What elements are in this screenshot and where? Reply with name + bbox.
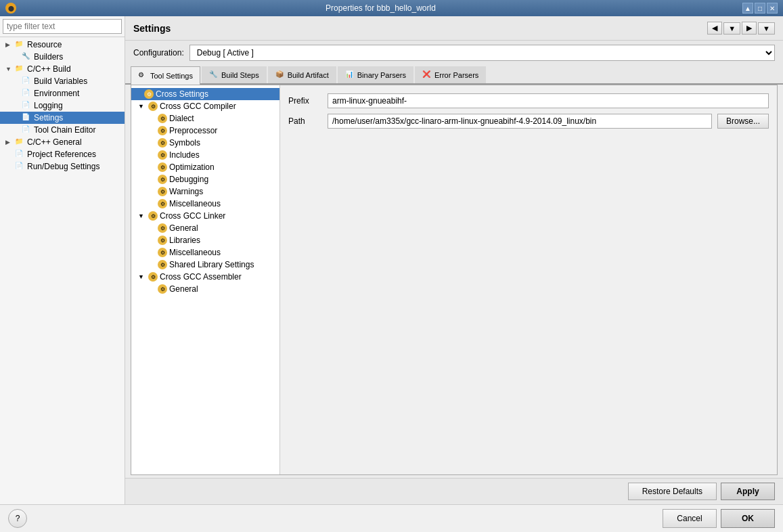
sidebar-tree: ▶ 📁 Resource 🔧 Builders ▼ 📁 C/C++ Build …	[0, 37, 125, 504]
tab-build-artifact[interactable]: 📦 Build Artifact	[268, 66, 336, 83]
content-area: Settings ◀ ▼ ▶ ▼ Configuration: Debug [ …	[125, 16, 783, 504]
cpp-general-icon: 📁	[15, 137, 24, 147]
nav-fwd-button[interactable]: ▶	[742, 22, 757, 35]
build-artifact-tab-icon: 📦	[275, 70, 285, 80]
ptree-dialect[interactable]: ⚙ Dialect	[131, 112, 279, 125]
close-button[interactable]: ✕	[767, 3, 778, 14]
ok-button[interactable]: OK	[721, 509, 775, 528]
build-vars-icon: 📄	[22, 76, 31, 86]
app-icon: ⬤	[5, 3, 16, 14]
ptree-label-cross-settings: Cross Settings	[156, 89, 208, 99]
run-debug-icon: 📄	[15, 162, 24, 171]
libraries-icon: ⚙	[158, 236, 167, 245]
path-row: Path Browse...	[288, 114, 769, 129]
sidebar-item-run-debug[interactable]: 📄 Run/Debug Settings	[0, 160, 125, 173]
ptree-label-linker: Cross GCC Linker	[160, 211, 225, 221]
ptree-label-includes: Includes	[169, 150, 200, 160]
nav-dropdown-button[interactable]: ▼	[723, 22, 740, 35]
filter-bar	[0, 16, 125, 37]
apply-button[interactable]: Apply	[721, 483, 775, 500]
tab-build-steps[interactable]: 🔧 Build Steps	[202, 66, 267, 83]
sidebar-label-resource: Resource	[27, 40, 62, 49]
sidebar-item-settings[interactable]: 📄 Settings	[0, 112, 125, 124]
sidebar-item-project-refs[interactable]: 📄 Project References	[0, 148, 125, 160]
sidebar-label-environment: Environment	[34, 89, 79, 98]
assembler-general-icon: ⚙	[158, 284, 167, 294]
sidebar-label-build-vars: Build Variables	[34, 76, 87, 86]
path-label: Path	[288, 116, 322, 126]
ptree-misc-compiler[interactable]: ⚙ Miscellaneous	[131, 198, 279, 210]
ptree-cross-settings[interactable]: ⚙ Cross Settings	[131, 88, 279, 100]
ptree-cross-gcc-assembler[interactable]: ▼ ⚙ Cross GCC Assembler	[131, 271, 279, 283]
build-steps-tab-icon: 🔧	[209, 70, 219, 80]
ptree-libraries[interactable]: ⚙ Libraries	[131, 234, 279, 246]
ptree-label-preprocessor: Preprocessor	[169, 126, 217, 135]
sidebar-item-builders[interactable]: 🔧 Builders	[0, 51, 125, 63]
environment-icon: 📄	[22, 89, 31, 98]
prefix-input[interactable]	[328, 93, 769, 108]
cross-settings-icon: ⚙	[144, 89, 154, 99]
sidebar-item-cpp-general[interactable]: ▶ 📁 C/C++ General	[0, 136, 125, 148]
ptree-cross-gcc-compiler[interactable]: ▼ ⚙ Cross GCC Compiler	[131, 100, 279, 112]
prefix-row: Prefix	[288, 93, 769, 108]
sidebar-item-toolchain[interactable]: 📄 Tool Chain Editor	[0, 124, 125, 136]
nav-back-button[interactable]: ◀	[707, 22, 722, 35]
sidebar-item-logging[interactable]: 📄 Logging	[0, 99, 125, 112]
error-parsers-tab-icon: ❌	[422, 70, 432, 80]
ptree-symbols[interactable]: ⚙ Symbols	[131, 137, 279, 149]
ptree-arrow-compiler: ▼	[138, 103, 146, 110]
cancel-button[interactable]: Cancel	[663, 509, 717, 528]
sidebar-label-toolchain: Tool Chain Editor	[34, 125, 95, 135]
sidebar-item-cpp-build[interactable]: ▼ 📁 C/C++ Build	[0, 63, 125, 75]
sidebar-item-environment[interactable]: 📄 Environment	[0, 87, 125, 99]
optimization-icon: ⚙	[158, 162, 167, 172]
debugging-icon: ⚙	[158, 175, 167, 184]
ptree-label-dialect: Dialect	[169, 114, 194, 123]
filter-input[interactable]	[3, 19, 122, 34]
project-refs-icon: 📄	[15, 150, 24, 159]
sidebar-item-resource[interactable]: ▶ 📁 Resource	[0, 39, 125, 51]
tab-build-artifact-label: Build Artifact	[288, 71, 329, 79]
browse-button[interactable]: Browse...	[717, 114, 769, 129]
config-select[interactable]: Debug [ Active ]Release	[189, 45, 775, 61]
restore-defaults-button[interactable]: Restore Defaults	[628, 483, 717, 500]
tab-error-parsers-label: Error Parsers	[434, 71, 478, 79]
logging-icon: 📄	[22, 101, 31, 110]
ptree-includes[interactable]: ⚙ Includes	[131, 149, 279, 161]
ptree-label-warnings: Warnings	[169, 187, 203, 196]
config-label: Configuration:	[133, 48, 184, 58]
tab-tool-settings[interactable]: ⚙ Tool Settings	[131, 66, 200, 85]
help-button[interactable]: ?	[8, 509, 27, 528]
path-input[interactable]	[328, 114, 712, 129]
resource-icon: 📁	[15, 40, 24, 49]
ptree-assembler-general[interactable]: ⚙ General	[131, 283, 279, 295]
tabs-bar: ⚙ Tool Settings 🔧 Build Steps 📦 Build Ar…	[125, 65, 783, 85]
title-bar: ⬤ Properties for bbb_hello_world ▲ □ ✕	[0, 0, 783, 16]
ptree-linker-general[interactable]: ⚙ General	[131, 222, 279, 234]
tab-binary-parsers[interactable]: 📊 Binary Parsers	[338, 66, 413, 83]
panel-area: ⚙ Cross Settings ▼ ⚙ Cross GCC Compiler …	[131, 85, 778, 475]
nav-fwd-dropdown-button[interactable]: ▼	[758, 22, 775, 35]
ptree-misc-linker[interactable]: ⚙ Miscellaneous	[131, 246, 279, 259]
ptree-preprocessor[interactable]: ⚙ Preprocessor	[131, 125, 279, 137]
sidebar-label-logging: Logging	[34, 101, 63, 110]
cpp-build-icon: 📁	[15, 64, 24, 74]
minimize-button[interactable]: ▲	[742, 3, 753, 14]
warnings-icon: ⚙	[158, 187, 167, 196]
ptree-debugging[interactable]: ⚙ Debugging	[131, 173, 279, 185]
ptree-warnings[interactable]: ⚙ Warnings	[131, 185, 279, 198]
sidebar-label-settings: Settings	[34, 113, 63, 123]
maximize-button[interactable]: □	[755, 3, 765, 14]
ptree-shared-lib[interactable]: ⚙ Shared Library Settings	[131, 259, 279, 271]
ptree-optimization[interactable]: ⚙ Optimization	[131, 161, 279, 173]
config-bar: Configuration: Debug [ Active ]Release	[125, 41, 783, 65]
ptree-label-misc-linker: Miscellaneous	[169, 248, 221, 257]
tab-error-parsers[interactable]: ❌ Error Parsers	[415, 66, 486, 83]
sidebar: ▶ 📁 Resource 🔧 Builders ▼ 📁 C/C++ Build …	[0, 16, 125, 504]
sidebar-item-build-vars[interactable]: 📄 Build Variables	[0, 75, 125, 87]
nav-buttons: ◀ ▼ ▶ ▼	[707, 22, 775, 35]
sidebar-label-cpp-build: C/C++ Build	[27, 64, 71, 74]
sidebar-label-builders: Builders	[34, 52, 63, 62]
ptree-cross-gcc-linker[interactable]: ▼ ⚙ Cross GCC Linker	[131, 210, 279, 222]
prefix-label: Prefix	[288, 96, 322, 106]
